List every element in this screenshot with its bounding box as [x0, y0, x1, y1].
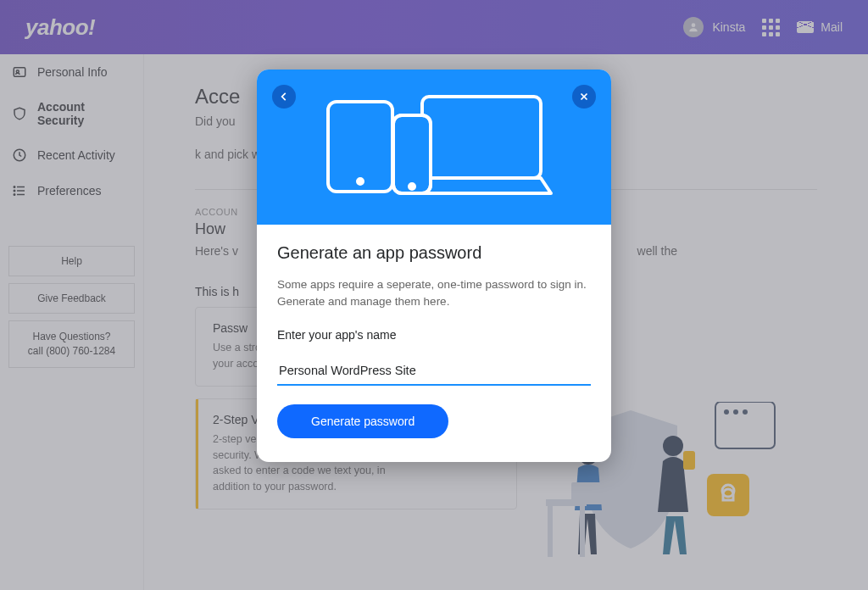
app-password-modal: Generate an app password Some apps requi…	[257, 70, 611, 462]
close-button[interactable]	[572, 85, 596, 109]
modal-overlay[interactable]: Generate an app password Some apps requi…	[0, 0, 868, 590]
devices-icon	[315, 88, 553, 207]
generate-password-button[interactable]: Generate password	[277, 404, 448, 438]
svg-rect-27	[422, 97, 541, 178]
modal-input-label: Enter your app's name	[277, 328, 591, 342]
svg-point-26	[358, 179, 363, 184]
svg-point-30	[409, 184, 415, 189]
modal-description: Some apps require a seperate, one-time p…	[277, 276, 591, 311]
modal-hero	[257, 70, 611, 225]
back-button[interactable]	[272, 85, 296, 109]
app-name-input[interactable]	[277, 359, 591, 386]
modal-title: Generate an app password	[277, 243, 591, 263]
svg-rect-28	[393, 115, 431, 193]
